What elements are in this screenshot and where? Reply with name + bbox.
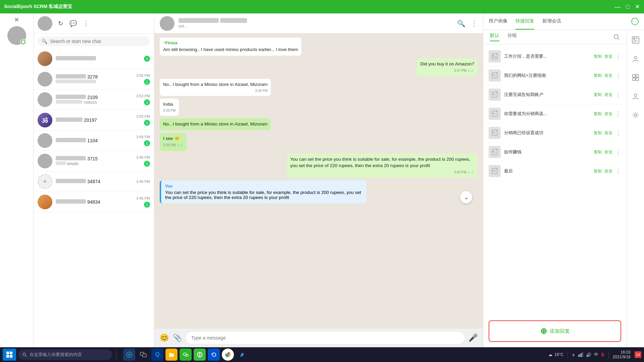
- more-icon[interactable]: ⋮: [615, 72, 621, 79]
- more-icon[interactable]: ⋮: [615, 53, 621, 60]
- more-icon[interactable]: ⋮: [81, 19, 91, 28]
- list-item[interactable]: + 34874 3:46 PM: [34, 171, 154, 192]
- taskbar-app-green[interactable]: [194, 349, 206, 361]
- tab-new-conversation[interactable]: 新增会话: [542, 13, 561, 30]
- more-icon[interactable]: ⋮: [615, 91, 621, 98]
- taskbar-app-browser[interactable]: Q: [151, 349, 163, 361]
- svg-rect-40: [6, 352, 9, 354]
- more-icon[interactable]: ⋮: [615, 148, 621, 156]
- add-chat-button[interactable]: +: [38, 174, 52, 189]
- more-tabs-icon[interactable]: ···: [631, 13, 639, 30]
- subtab-group[interactable]: 分组: [507, 33, 517, 41]
- quick-reply-text: 分销商已经设置成功: [504, 130, 590, 136]
- message-row: You You can set the price you think is s…: [160, 180, 478, 203]
- settings-icon[interactable]: [630, 109, 642, 121]
- message-text: Am still browsing.. I have used miniso p…: [163, 47, 298, 53]
- taskbar-notification-badge[interactable]: 14: [635, 351, 641, 358]
- check-icon: ✓✓: [177, 143, 183, 148]
- copy-button[interactable]: 复制: [594, 73, 602, 79]
- chat-avatar: [38, 133, 52, 148]
- send-button[interactable]: 发送: [604, 92, 612, 98]
- more-icon[interactable]: ⋮: [615, 167, 621, 175]
- copy-button[interactable]: 复制: [594, 168, 602, 174]
- taskbar-app-chrome[interactable]: [222, 349, 234, 361]
- right-panel-tabs: 用户画像 快捷回复 新增会话 ···: [483, 13, 644, 30]
- list-item[interactable]: 2109 roducts 3:53 PM 1: [34, 90, 154, 110]
- taskbar-app-blue-bird[interactable]: [236, 349, 248, 361]
- message-input[interactable]: [186, 332, 464, 344]
- svg-point-3: [614, 35, 618, 39]
- search-bar[interactable]: 🔍: [38, 37, 150, 46]
- send-button[interactable]: 发送: [604, 168, 612, 174]
- maximize-button[interactable]: □: [626, 3, 630, 10]
- more-options-icon[interactable]: ⋮: [471, 19, 478, 28]
- svg-rect-43: [10, 355, 12, 358]
- taskbar-app-files[interactable]: [165, 349, 178, 361]
- list-item[interactable]: 3: [34, 49, 154, 69]
- list-item[interactable]: 3715 details 3:46 PM 3: [34, 151, 154, 171]
- svg-rect-41: [10, 352, 12, 354]
- tab-user-profile[interactable]: 用户画像: [489, 13, 507, 30]
- more-icon[interactable]: ⋮: [615, 110, 621, 117]
- taskbar-app-wechat[interactable]: [180, 349, 192, 361]
- more-icon[interactable]: ⋮: [615, 129, 621, 137]
- close-button[interactable]: ✕: [635, 3, 640, 10]
- list-item[interactable]: 1104 3:49 PM 1: [34, 131, 154, 151]
- taskbar-app-task-view[interactable]: [137, 349, 149, 361]
- send-button[interactable]: 发送: [604, 54, 612, 59]
- chevron-up-icon[interactable]: ∧: [572, 352, 575, 357]
- copy-button[interactable]: 复制: [594, 54, 602, 59]
- person-icon[interactable]: [630, 90, 642, 102]
- minimize-button[interactable]: —: [614, 3, 621, 10]
- chat-avatar: [38, 92, 52, 107]
- chat-item-time: 3:53 PM: [136, 94, 150, 98]
- attach-icon[interactable]: 📎: [173, 333, 182, 342]
- close-icon[interactable]: ✕: [14, 16, 19, 23]
- copy-button[interactable]: 复制: [594, 111, 602, 117]
- svg-point-22: [493, 151, 494, 152]
- list-item[interactable]: 3278 3:56 PM 1: [34, 69, 154, 90]
- list-item: + 我们的网站+注册指南 复制 发送 ⋮: [483, 66, 627, 85]
- subtab-default[interactable]: 默认: [490, 33, 499, 41]
- message-bubble: ~Firoza Am still browsing.. I have used …: [160, 38, 301, 56]
- message-row: Did you buy it on Amazon? 3:37 PM ✓✓: [160, 58, 478, 76]
- microphone-icon[interactable]: 🎤: [468, 333, 478, 342]
- start-button[interactable]: [3, 349, 16, 361]
- taskbar-app-edge[interactable]: [208, 349, 220, 361]
- send-button[interactable]: 发送: [604, 130, 612, 136]
- tab-quick-reply[interactable]: 快捷回复: [515, 13, 534, 30]
- send-button[interactable]: 发送: [604, 149, 612, 155]
- taskbar-datetime[interactable]: 16:03 2021/9/16: [613, 350, 631, 359]
- quick-reply-actions: 复制 发送 ⋮: [594, 72, 621, 79]
- copy-button[interactable]: 复制: [594, 92, 602, 98]
- refresh-icon[interactable]: ↻: [56, 19, 65, 28]
- taskbar-search-bar[interactable]: 在这里输入你要搜索的内容: [18, 349, 112, 360]
- copy-button[interactable]: 复制: [594, 130, 602, 136]
- keyboard-icon[interactable]: 中: [594, 352, 598, 358]
- header-avatar[interactable]: [38, 16, 52, 31]
- search-icon[interactable]: 🔍: [457, 19, 465, 28]
- taskbar-app-cortana[interactable]: [123, 349, 135, 361]
- chat-icon[interactable]: 💬: [68, 19, 78, 28]
- emoji-icon[interactable]: 😊: [160, 333, 169, 342]
- message-list: ~Firoza Am still browsing.. I have used …: [154, 34, 483, 328]
- avatar[interactable]: [7, 26, 26, 45]
- scroll-down-button[interactable]: ⌄: [460, 191, 472, 203]
- search-user-icon[interactable]: [613, 33, 620, 41]
- send-button[interactable]: 发送: [604, 111, 612, 117]
- message-text: I see 🤝: [163, 136, 183, 142]
- message-text: You can set the price you think is suita…: [290, 156, 474, 169]
- search-input[interactable]: [50, 39, 146, 44]
- svg-rect-27: [632, 37, 639, 43]
- list-item[interactable]: 94834 3:46 PM 1: [34, 192, 154, 212]
- grid-icon[interactable]: [630, 71, 642, 84]
- contacts-icon[interactable]: [630, 53, 642, 65]
- copy-button[interactable]: 复制: [594, 149, 602, 155]
- add-reply-button[interactable]: ⊕ 添加回复: [489, 320, 621, 342]
- red-s-icon[interactable]: S: [601, 352, 604, 357]
- send-button[interactable]: 发送: [604, 73, 612, 79]
- svg-point-39: [635, 114, 637, 116]
- user-profile-icon[interactable]: [630, 34, 642, 46]
- volume-icon[interactable]: 🔊: [586, 352, 591, 357]
- list-item[interactable]: 🕉 20197 3:50 PM 1: [34, 110, 154, 131]
